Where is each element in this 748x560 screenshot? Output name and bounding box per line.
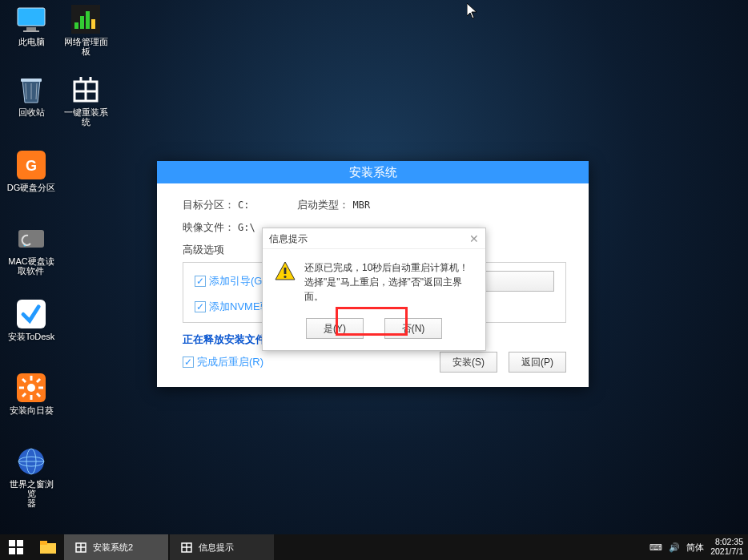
desktop-icon-net-panel[interactable]: 网络管理面板 xyxy=(61,3,111,56)
trash-icon xyxy=(15,74,47,106)
taskbar-task-dialog[interactable]: 信息提示 xyxy=(170,534,274,560)
clock-date: 2021/7/1 xyxy=(710,547,743,557)
svg-rect-8 xyxy=(91,19,95,29)
boot-label: 启动类型： xyxy=(297,198,349,212)
boot-value: MBR xyxy=(352,199,370,211)
monitor-icon xyxy=(15,3,47,35)
task-label: 安装系统2 xyxy=(93,542,133,554)
back-button[interactable]: 返回(P) xyxy=(509,352,566,373)
info-dialog: 信息提示 ✕ 还原已完成，10秒后自动重启计算机！ 选择"是"马上重启，选择"否… xyxy=(262,228,486,351)
no-button[interactable]: 否(N) xyxy=(384,318,442,339)
svg-point-33 xyxy=(284,276,286,278)
svg-point-19 xyxy=(27,384,35,392)
icon-label: 此电脑 xyxy=(18,37,45,46)
desktop-icon-one-key[interactable]: 一键重装系统 xyxy=(61,74,111,127)
start-button[interactable] xyxy=(0,534,32,560)
svg-rect-0 xyxy=(18,8,45,26)
checkbox-add-boot[interactable]: ✓ xyxy=(195,276,206,287)
box-icon xyxy=(179,540,194,554)
ime-keyboard-icon[interactable]: ⌨ xyxy=(649,542,662,553)
svg-rect-32 xyxy=(284,268,287,274)
checkbox-add-boot-label: 添加引导(G): xyxy=(209,274,268,288)
dialog-line2: 选择"是"马上重启，选择"否"返回主界面。 xyxy=(304,275,474,304)
mouse-cursor xyxy=(467,3,478,22)
desktop-icon-recycle-bin[interactable]: 回收站 xyxy=(6,74,56,117)
target-label: 目标分区： xyxy=(183,198,235,212)
svg-rect-35 xyxy=(17,540,23,546)
icon-label: 世界之窗浏览 器 xyxy=(6,479,56,508)
image-label: 映像文件： xyxy=(183,220,235,235)
svg-rect-2 xyxy=(26,27,36,30)
window-title: 安装系统 xyxy=(157,161,589,183)
target-value: C: xyxy=(238,199,249,211)
desktop-icon-mac-hd[interactable]: MAC硬盘读 取软件 xyxy=(6,223,56,276)
icon-label: 回收站 xyxy=(18,107,45,117)
close-icon[interactable]: ✕ xyxy=(469,228,479,249)
dg-icon: G xyxy=(15,149,47,181)
volume-icon[interactable]: 🔊 xyxy=(669,542,680,553)
checkbox-nvme[interactable]: ✓ xyxy=(195,301,206,312)
taskbar-task-install[interactable]: 安装系统2 xyxy=(64,534,168,560)
chart-icon xyxy=(70,3,102,35)
checkbox-restart[interactable]: ✓ xyxy=(183,357,194,368)
task-label: 信息提示 xyxy=(199,542,234,554)
taskbar: 安装系统2 信息提示 ⌨ 🔊 简体 8:02:35 2021/7/1 xyxy=(0,534,748,560)
install-button[interactable]: 安装(S) xyxy=(440,352,497,373)
hdd-icon xyxy=(15,223,47,255)
desktop-icon-todesk[interactable]: 安装ToDesk xyxy=(6,298,56,341)
box-icon xyxy=(74,540,88,554)
svg-rect-17 xyxy=(17,300,46,328)
svg-rect-9 xyxy=(21,79,42,82)
taskbar-pinned-explorer[interactable] xyxy=(32,534,64,560)
globe-icon xyxy=(15,445,47,477)
svg-rect-39 xyxy=(40,541,47,545)
svg-rect-7 xyxy=(86,11,90,29)
svg-rect-36 xyxy=(9,548,15,554)
icon-label: MAC硬盘读 取软件 xyxy=(8,256,54,276)
desktop-icon-sunflower[interactable]: 安装向日葵 xyxy=(6,372,56,415)
clock[interactable]: 8:02:35 2021/7/1 xyxy=(710,538,743,556)
svg-text:G: G xyxy=(26,158,37,174)
svg-rect-5 xyxy=(74,22,78,29)
svg-rect-6 xyxy=(80,16,84,29)
dialog-title: 信息提示 xyxy=(269,228,308,249)
warning-icon xyxy=(274,260,296,283)
icon-label: 安装向日葵 xyxy=(10,405,54,415)
system-tray: ⌨ 🔊 简体 8:02:35 2021/7/1 xyxy=(649,538,748,556)
desktop-icon-browser[interactable]: 世界之窗浏览 器 xyxy=(6,445,56,508)
image-value: G:\ xyxy=(238,222,255,233)
desktop-icon-this-pc[interactable]: 此电脑 xyxy=(6,3,56,46)
yes-button[interactable]: 是(Y) xyxy=(306,318,364,339)
svg-rect-37 xyxy=(17,548,23,554)
svg-rect-34 xyxy=(9,540,15,546)
icon-label: 网络管理面板 xyxy=(61,37,111,56)
svg-rect-3 xyxy=(23,30,39,32)
sunflower-icon xyxy=(15,372,47,404)
dialog-message: 还原已完成，10秒后自动重启计算机！ 选择"是"马上重启，选择"否"返回主界面。 xyxy=(304,260,474,304)
icon-label: DG硬盘分区 xyxy=(7,183,56,192)
ime-lang[interactable]: 简体 xyxy=(686,542,704,554)
checkbox-restart-label: 完成后重启(R) xyxy=(197,355,263,369)
dialog-line1: 还原已完成，10秒后自动重启计算机！ xyxy=(304,260,474,275)
box-icon xyxy=(70,74,102,106)
icon-label: 一键重装系统 xyxy=(61,107,111,127)
icon-label: 安装ToDesk xyxy=(8,332,55,341)
desktop-icon-dg[interactable]: G DG硬盘分区 xyxy=(6,149,56,192)
todesk-icon xyxy=(15,298,47,330)
